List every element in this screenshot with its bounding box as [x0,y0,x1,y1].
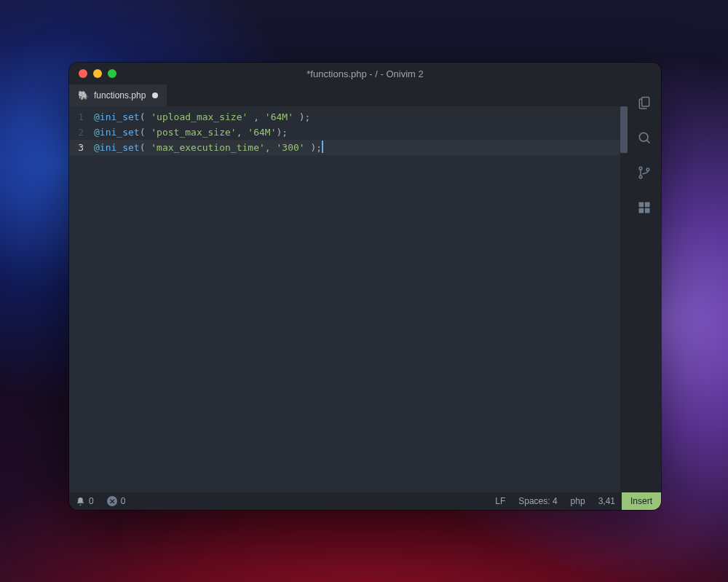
window-title: *functions.php - / - Onivim 2 [69,68,661,79]
bell-icon [76,497,85,506]
text-cursor [322,141,323,153]
files-icon [637,95,652,110]
token-str: 'max_execution_time' [151,142,265,153]
vim-mode-indicator[interactable]: Insert [622,492,661,510]
token-fn: ini_set [100,142,140,153]
token-str: 'upload_max_size' [151,111,248,122]
token-plain: ); [276,127,288,138]
editor-window: *functions.php - / - Onivim 2 🐘 function… [69,63,661,510]
php-file-icon: 🐘 [78,90,89,101]
token-plain: , [265,142,277,153]
line-number: 2 [69,125,84,140]
line-number-gutter: 123 [69,106,88,492]
svg-point-3 [639,167,642,170]
search-icon [637,130,652,145]
svg-point-4 [639,176,642,178]
token-plain: , [248,111,264,122]
cursor-position-status[interactable]: 3,41 [592,492,622,510]
unsaved-indicator-icon [152,93,158,98]
token-plain: ( [140,142,151,153]
token-fn: ini_set [100,111,140,122]
zoom-window-button[interactable] [108,69,116,78]
token-str: '300' [276,142,304,153]
token-op: @ [94,127,100,138]
token-op: @ [94,111,100,122]
editor-column: 🐘 functions.php 123 @ini_set( 'upload_ma… [69,84,628,492]
code-line[interactable]: @ini_set( 'upload_max_size' , '64M' ); [94,109,628,125]
tab-bar: 🐘 functions.php [69,84,628,106]
notifications-status[interactable]: 0 [69,492,100,510]
scrollbar-track[interactable] [620,106,628,492]
status-spacer [132,492,488,510]
minimize-window-button[interactable] [93,69,102,78]
token-plain: ( [140,127,151,138]
token-str: '64M' [265,111,293,122]
main-area: 🐘 functions.php 123 @ini_set( 'upload_ma… [69,84,661,492]
errors-status[interactable]: ✕ 0 [100,492,132,510]
notifications-count: 0 [89,496,94,506]
tab-functions-php[interactable]: 🐘 functions.php [69,84,167,106]
eol-status[interactable]: LF [488,492,512,510]
token-fn: ini_set [100,127,140,138]
token-plain: , [237,127,248,138]
token-plain: ); [305,142,322,153]
svg-rect-0 [642,98,649,107]
svg-rect-7 [645,202,650,208]
tab-label: functions.php [94,90,146,101]
status-bar: 0 ✕ 0 LF Spaces: 4 php 3,41 Insert [69,492,661,510]
svg-rect-6 [639,202,644,208]
window-controls [79,69,116,78]
token-op: @ [94,142,100,153]
line-number: 1 [69,109,84,125]
code-line[interactable]: @ini_set( 'max_execution_time', '300' ); [94,140,628,155]
extensions-icon [637,200,652,215]
close-window-button[interactable] [79,69,87,78]
svg-rect-8 [639,208,644,213]
svg-rect-9 [645,208,650,213]
code-content[interactable]: @ini_set( 'upload_max_size' , '64M' );@i… [88,106,628,492]
code-line[interactable]: @ini_set( 'post_max_size', '64M'); [94,125,628,140]
svg-point-1 [639,133,648,141]
code-editor[interactable]: 123 @ini_set( 'upload_max_size' , '64M' … [69,106,628,492]
activity-bar [628,84,661,492]
language-status[interactable]: php [564,492,592,510]
token-plain: ); [293,111,310,122]
token-plain: ( [140,111,151,122]
indent-status[interactable]: Spaces: 4 [512,492,563,510]
search-button[interactable] [636,130,652,146]
scrollbar-thumb[interactable] [620,106,628,153]
svg-line-2 [646,140,649,143]
errors-count: 0 [121,496,126,506]
git-branch-icon [637,165,652,180]
titlebar[interactable]: *functions.php - / - Onivim 2 [69,63,661,84]
token-str: 'post_max_size' [151,127,236,138]
source-control-button[interactable] [636,165,652,181]
extensions-button[interactable] [636,200,652,216]
svg-point-5 [646,168,649,171]
error-badge-icon: ✕ [107,496,117,506]
token-str: '64M' [248,127,276,138]
explorer-button[interactable] [636,95,652,111]
